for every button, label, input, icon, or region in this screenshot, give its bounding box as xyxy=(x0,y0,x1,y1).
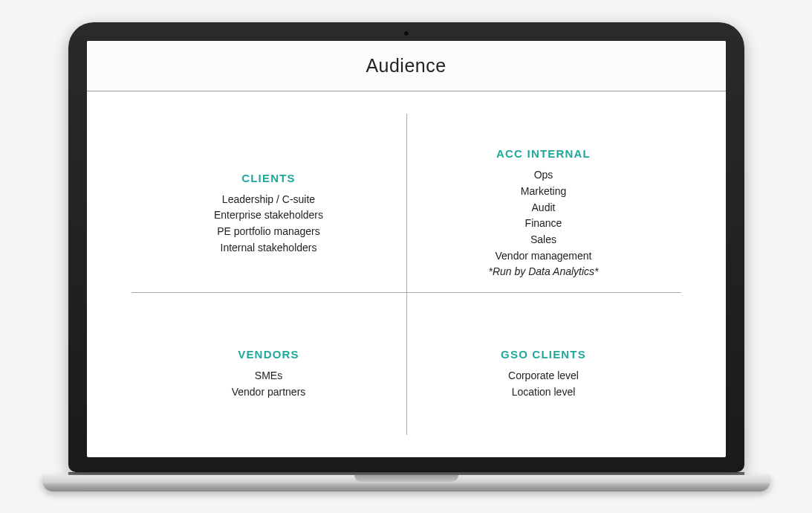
camera-icon xyxy=(403,30,409,36)
list-item: Internal stakeholders xyxy=(221,240,317,256)
laptop-base xyxy=(42,475,770,491)
page-title: Audience xyxy=(366,55,446,77)
quadrant-title: ACC INTERNAL xyxy=(496,147,591,160)
screen: Audience CLIENTS Leadership / C-suite En… xyxy=(87,41,726,457)
list-item: Sales xyxy=(530,232,556,248)
quadrant-title: CLIENTS xyxy=(241,172,296,184)
quadrant-vendors: VENDORS SMEs Vendor partners xyxy=(131,314,406,435)
list-item: Corporate level xyxy=(508,368,579,384)
list-item: Vendor partners xyxy=(232,384,306,401)
list-item: SMEs xyxy=(255,368,282,384)
list-item: Vendor management xyxy=(496,248,592,265)
quadrant-clients: CLIENTS Leadership / C-suite Enterprise … xyxy=(131,114,406,314)
quadrant-acc-internal: ACC INTERNAL Ops Marketing Audit Finance… xyxy=(406,114,681,314)
list-item: Ops xyxy=(534,167,553,184)
list-item: PE portfolio managers xyxy=(217,224,320,240)
quadrant-title: VENDORS xyxy=(238,348,299,361)
list-item: Marketing xyxy=(521,184,566,200)
list-item: Leadership / C-suite xyxy=(222,192,315,208)
divider-vertical xyxy=(406,114,407,435)
quadrant-title: GSO CLIENTS xyxy=(501,348,586,361)
list-item: Audit xyxy=(532,200,556,216)
content-area: CLIENTS Leadership / C-suite Enterprise … xyxy=(87,91,726,457)
list-item: Finance xyxy=(525,216,562,232)
list-item: Location level xyxy=(512,384,576,401)
laptop-notch xyxy=(354,475,458,482)
title-bar: Audience xyxy=(87,41,726,91)
quadrant-gso-clients: GSO CLIENTS Corporate level Location lev… xyxy=(406,314,681,435)
quadrant-note: *Run by Data Analytics* xyxy=(488,264,598,280)
laptop-lid: Audience CLIENTS Leadership / C-suite En… xyxy=(68,22,744,472)
list-item: Enterprise stakeholders xyxy=(214,207,323,224)
laptop-mockup: Audience CLIENTS Leadership / C-suite En… xyxy=(42,22,770,491)
